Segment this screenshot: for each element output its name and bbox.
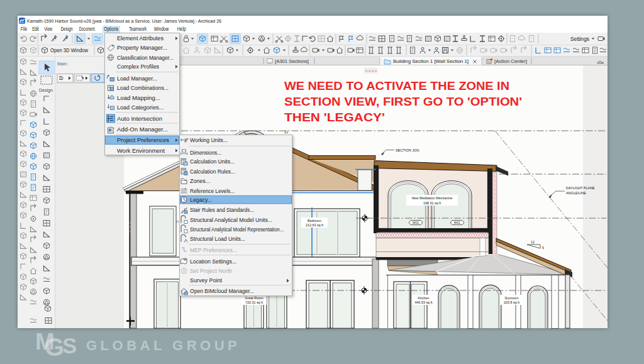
svg-text:GLOBAL GROUP: GLOBAL GROUP <box>86 338 240 353</box>
svg-text:S: S <box>62 333 77 358</box>
svg-text:G: G <box>45 333 64 361</box>
